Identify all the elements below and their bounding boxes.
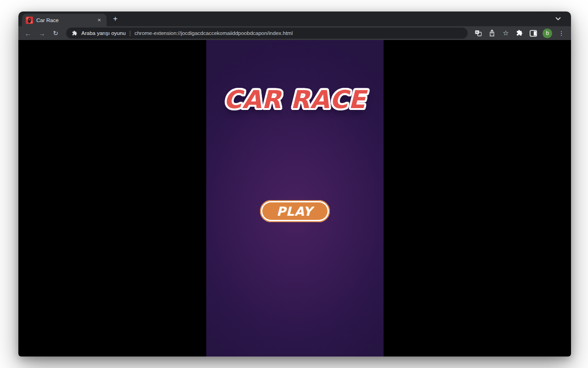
share-icon[interactable] (486, 27, 498, 39)
bookmark-star-icon[interactable]: ☆ (500, 27, 512, 39)
address-bar[interactable]: Araba yarışı oyunu | chrome-extension://… (66, 28, 468, 39)
game-panel: CAR RACE PLAY (206, 40, 384, 356)
browser-window: Car Race × + ← → ↻ Araba yarışı oyunu | … (18, 12, 571, 356)
tab-car-race[interactable]: Car Race × (22, 14, 107, 26)
tab-strip: Car Race × + (18, 12, 571, 26)
extensions-icon[interactable] (514, 27, 526, 39)
tab-title: Car Race (36, 17, 92, 23)
new-tab-button[interactable]: + (109, 13, 121, 25)
game-title: CAR RACE (206, 85, 384, 114)
car-race-favicon-icon (26, 17, 33, 24)
tab-close-icon[interactable]: × (96, 17, 103, 24)
browser-toolbar: ← → ↻ Araba yarışı oyunu | chrome-extens… (18, 26, 571, 40)
extension-name-label: Araba yarışı oyunu (81, 30, 126, 36)
side-panel-icon[interactable] (527, 27, 539, 39)
url-text: chrome-extension://jocdigacdcaccekomaiid… (135, 30, 293, 36)
forward-icon[interactable]: → (36, 27, 48, 39)
translate-icon[interactable]: A (472, 27, 484, 39)
url-separator: | (130, 30, 131, 36)
profile-avatar[interactable]: b (543, 29, 552, 38)
tab-search-chevron-icon[interactable] (554, 15, 562, 23)
play-button-label: PLAY (277, 204, 313, 218)
svg-text:A: A (476, 31, 478, 34)
browser-menu-icon[interactable]: ⋮ (555, 27, 567, 39)
reload-icon[interactable]: ↻ (50, 27, 62, 39)
play-button[interactable]: PLAY (260, 200, 330, 222)
extension-puzzle-icon (72, 30, 78, 36)
back-icon[interactable]: ← (22, 27, 34, 39)
page-content: CAR RACE PLAY (18, 40, 571, 356)
